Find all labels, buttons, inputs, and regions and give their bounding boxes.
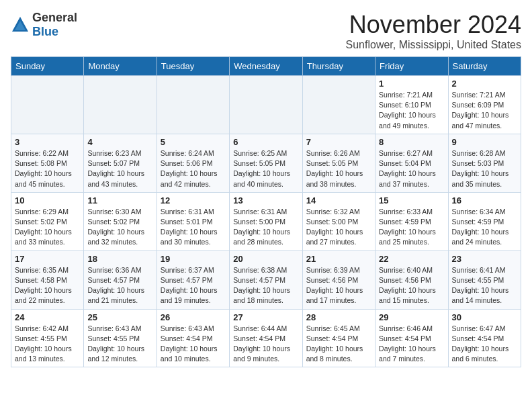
day-number: 23 (452, 254, 517, 264)
day-number: 4 (87, 137, 152, 147)
logo: General Blue (11, 11, 77, 39)
day-detail: Sunrise: 6:26 AM Sunset: 5:05 PM Dayligh… (306, 148, 371, 189)
day-cell: 28Sunrise: 6:45 AM Sunset: 4:54 PM Dayli… (302, 309, 375, 367)
day-cell: 21Sunrise: 6:39 AM Sunset: 4:56 PM Dayli… (302, 250, 375, 309)
day-detail: Sunrise: 6:28 AM Sunset: 5:03 PM Dayligh… (452, 148, 517, 189)
day-cell: 2Sunrise: 7:21 AM Sunset: 6:09 PM Daylig… (448, 76, 521, 134)
day-cell (302, 76, 375, 134)
day-cell: 18Sunrise: 6:36 AM Sunset: 4:57 PM Dayli… (84, 250, 157, 309)
day-detail: Sunrise: 7:21 AM Sunset: 6:10 PM Dayligh… (379, 90, 444, 131)
logo-blue: Blue (32, 25, 58, 38)
weekday-header-thursday: Thursday (302, 57, 375, 76)
day-number: 7 (306, 137, 371, 147)
week-row-4: 17Sunrise: 6:35 AM Sunset: 4:58 PM Dayli… (11, 250, 521, 309)
week-row-3: 10Sunrise: 6:29 AM Sunset: 5:02 PM Dayli… (11, 192, 521, 250)
day-detail: Sunrise: 6:43 AM Sunset: 4:55 PM Dayligh… (87, 324, 152, 365)
day-number: 8 (379, 137, 444, 147)
day-number: 5 (161, 137, 226, 147)
day-cell: 23Sunrise: 6:41 AM Sunset: 4:55 PM Dayli… (448, 250, 521, 309)
week-row-5: 24Sunrise: 6:42 AM Sunset: 4:55 PM Dayli… (11, 309, 521, 367)
day-detail: Sunrise: 6:32 AM Sunset: 5:00 PM Dayligh… (306, 207, 371, 248)
weekday-header-friday: Friday (375, 57, 448, 76)
day-cell: 30Sunrise: 6:47 AM Sunset: 4:54 PM Dayli… (448, 309, 521, 367)
day-cell: 29Sunrise: 6:46 AM Sunset: 4:54 PM Dayli… (375, 309, 448, 367)
weekday-header-saturday: Saturday (448, 57, 521, 76)
day-detail: Sunrise: 6:23 AM Sunset: 5:07 PM Dayligh… (87, 148, 152, 189)
day-detail: Sunrise: 6:43 AM Sunset: 4:54 PM Dayligh… (161, 324, 226, 365)
day-number: 28 (306, 312, 371, 322)
day-cell: 7Sunrise: 6:26 AM Sunset: 5:05 PM Daylig… (302, 134, 375, 192)
day-detail: Sunrise: 6:35 AM Sunset: 4:58 PM Dayligh… (15, 265, 80, 306)
weekday-header-row: SundayMondayTuesdayWednesdayThursdayFrid… (11, 57, 521, 76)
day-number: 25 (87, 312, 152, 322)
day-cell (157, 76, 229, 134)
day-cell: 26Sunrise: 6:43 AM Sunset: 4:54 PM Dayli… (157, 309, 229, 367)
day-detail: Sunrise: 6:46 AM Sunset: 4:54 PM Dayligh… (379, 324, 444, 365)
day-number: 14 (306, 195, 371, 205)
day-detail: Sunrise: 6:42 AM Sunset: 4:55 PM Dayligh… (15, 324, 80, 365)
day-detail: Sunrise: 6:41 AM Sunset: 4:55 PM Dayligh… (452, 265, 517, 306)
week-row-1: 1Sunrise: 7:21 AM Sunset: 6:10 PM Daylig… (11, 76, 521, 134)
day-cell: 5Sunrise: 6:24 AM Sunset: 5:06 PM Daylig… (157, 134, 229, 192)
header: General Blue November 2024 Sunflower, Mi… (11, 11, 521, 51)
day-detail: Sunrise: 6:31 AM Sunset: 5:01 PM Dayligh… (161, 207, 226, 248)
day-detail: Sunrise: 6:44 AM Sunset: 4:54 PM Dayligh… (233, 324, 298, 365)
day-detail: Sunrise: 6:47 AM Sunset: 4:54 PM Dayligh… (452, 324, 517, 365)
day-number: 12 (161, 195, 226, 205)
day-number: 3 (15, 137, 80, 147)
logo-icon (11, 15, 30, 34)
day-cell: 8Sunrise: 6:27 AM Sunset: 5:04 PM Daylig… (375, 134, 448, 192)
day-detail: Sunrise: 6:22 AM Sunset: 5:08 PM Dayligh… (15, 148, 80, 189)
weekday-header-sunday: Sunday (11, 57, 84, 76)
day-detail: Sunrise: 6:37 AM Sunset: 4:57 PM Dayligh… (161, 265, 226, 306)
day-cell: 14Sunrise: 6:32 AM Sunset: 5:00 PM Dayli… (302, 192, 375, 250)
calendar: SundayMondayTuesdayWednesdayThursdayFrid… (11, 56, 521, 367)
day-cell: 16Sunrise: 6:34 AM Sunset: 4:59 PM Dayli… (448, 192, 521, 250)
day-cell: 12Sunrise: 6:31 AM Sunset: 5:01 PM Dayli… (157, 192, 229, 250)
title-area: November 2024 Sunflower, Mississippi, Un… (346, 11, 521, 51)
weekday-header-monday: Monday (84, 57, 157, 76)
day-number: 16 (452, 195, 517, 205)
day-number: 15 (379, 195, 444, 205)
day-cell: 11Sunrise: 6:30 AM Sunset: 5:02 PM Dayli… (84, 192, 157, 250)
day-detail: Sunrise: 6:34 AM Sunset: 4:59 PM Dayligh… (452, 207, 517, 248)
weekday-header-tuesday: Tuesday (157, 57, 229, 76)
day-detail: Sunrise: 6:36 AM Sunset: 4:57 PM Dayligh… (87, 265, 152, 306)
day-number: 2 (452, 79, 517, 89)
day-detail: Sunrise: 6:25 AM Sunset: 5:05 PM Dayligh… (233, 148, 298, 189)
day-number: 21 (306, 254, 371, 264)
day-detail: Sunrise: 6:30 AM Sunset: 5:02 PM Dayligh… (87, 207, 152, 248)
day-number: 22 (379, 254, 444, 264)
day-cell: 4Sunrise: 6:23 AM Sunset: 5:07 PM Daylig… (84, 134, 157, 192)
day-number: 26 (161, 312, 226, 322)
logo-text: General Blue (32, 11, 77, 39)
day-number: 10 (15, 195, 80, 205)
day-cell: 24Sunrise: 6:42 AM Sunset: 4:55 PM Dayli… (11, 309, 84, 367)
day-number: 20 (233, 254, 298, 264)
day-cell: 19Sunrise: 6:37 AM Sunset: 4:57 PM Dayli… (157, 250, 229, 309)
day-detail: Sunrise: 6:33 AM Sunset: 4:59 PM Dayligh… (379, 207, 444, 248)
day-cell (230, 76, 302, 134)
day-number: 27 (233, 312, 298, 322)
day-detail: Sunrise: 6:39 AM Sunset: 4:56 PM Dayligh… (306, 265, 371, 306)
day-cell: 9Sunrise: 6:28 AM Sunset: 5:03 PM Daylig… (448, 134, 521, 192)
day-cell: 15Sunrise: 6:33 AM Sunset: 4:59 PM Dayli… (375, 192, 448, 250)
location: Sunflower, Mississippi, United States (346, 39, 521, 51)
day-cell (84, 76, 157, 134)
day-cell: 22Sunrise: 6:40 AM Sunset: 4:56 PM Dayli… (375, 250, 448, 309)
day-cell: 20Sunrise: 6:38 AM Sunset: 4:57 PM Dayli… (230, 250, 302, 309)
day-number: 13 (233, 195, 298, 205)
day-cell: 17Sunrise: 6:35 AM Sunset: 4:58 PM Dayli… (11, 250, 84, 309)
weekday-header-wednesday: Wednesday (230, 57, 302, 76)
day-cell: 1Sunrise: 7:21 AM Sunset: 6:10 PM Daylig… (375, 76, 448, 134)
month-title: November 2024 (346, 11, 521, 39)
day-detail: Sunrise: 6:29 AM Sunset: 5:02 PM Dayligh… (15, 207, 80, 248)
day-detail: Sunrise: 6:27 AM Sunset: 5:04 PM Dayligh… (379, 148, 444, 189)
day-number: 6 (233, 137, 298, 147)
day-number: 17 (15, 254, 80, 264)
week-row-2: 3Sunrise: 6:22 AM Sunset: 5:08 PM Daylig… (11, 134, 521, 192)
day-number: 29 (379, 312, 444, 322)
day-cell: 6Sunrise: 6:25 AM Sunset: 5:05 PM Daylig… (230, 134, 302, 192)
day-number: 1 (379, 79, 444, 89)
day-number: 18 (87, 254, 152, 264)
